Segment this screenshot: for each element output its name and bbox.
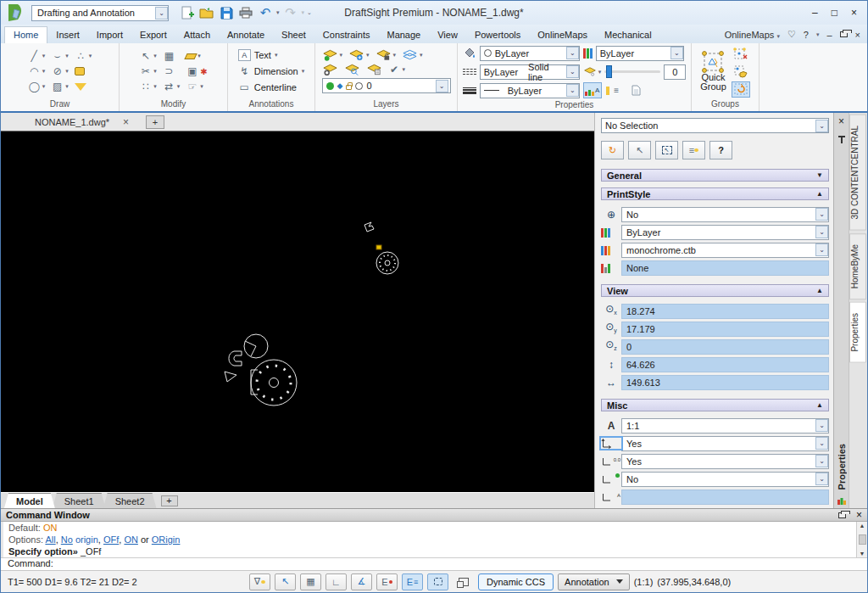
ccs-button[interactable]: [453, 573, 474, 590]
selection-frame-button[interactable]: [427, 573, 448, 590]
ribbon-close-icon[interactable]: ×: [855, 30, 860, 40]
draw-line-button[interactable]: ╱▾: [28, 50, 46, 62]
tab-onlinemaps[interactable]: OnlineMaps: [529, 27, 596, 43]
esnap-button[interactable]: E: [376, 573, 398, 590]
tab-sheet[interactable]: Sheet: [273, 27, 314, 43]
printstyle-toggle-select[interactable]: No⌄: [621, 207, 829, 222]
modify-stretch-button[interactable]: ↖▾: [139, 50, 157, 62]
modify-delete-button[interactable]: ▾: [186, 50, 207, 62]
annotation-visibility-toggle[interactable]: A: [583, 82, 602, 98]
line-weight-select[interactable]: ByLayer ⌄: [480, 83, 580, 98]
document-tab[interactable]: NONAME_1.dwg* ×: [26, 114, 137, 131]
section-printstyle[interactable]: PrintStyle ▲: [601, 187, 829, 200]
modify-rotate-button[interactable]: ☞▾: [186, 81, 207, 92]
selection-select[interactable]: No Selection ⌄: [601, 118, 829, 133]
scroll-thumb[interactable]: [859, 534, 866, 545]
line-color-select[interactable]: ByLayer ⌄: [480, 46, 580, 61]
draw-ellipse-button[interactable]: ⊘▾: [51, 65, 69, 77]
draw-circle-button[interactable]: ◯▾: [28, 81, 46, 92]
printstyle-table-select[interactable]: monochrome.ctb⌄: [621, 243, 829, 258]
rich-line-icon[interactable]: [583, 48, 593, 59]
help-icon[interactable]: ?: [804, 30, 809, 40]
draw-arc-button[interactable]: ◠▾: [28, 65, 46, 77]
modify-pattern-button[interactable]: ▦: [163, 50, 181, 62]
modify-trim-button[interactable]: ✂▾: [139, 65, 157, 77]
scroll-up-icon[interactable]: ▲: [860, 523, 865, 529]
draw-polyline-button[interactable]: ⌣▾: [51, 50, 69, 62]
option-off-link[interactable]: OFf: [103, 534, 119, 545]
close-command-window-icon[interactable]: ×: [856, 509, 862, 521]
annotation-list-button[interactable]: ≡: [605, 82, 624, 98]
tab-3d-contentcentral[interactable]: 3D CONTENTCENTRAL: [849, 115, 866, 231]
annotation-scale-select[interactable]: Annotation: [558, 573, 630, 590]
modify-align-button[interactable]: ⇄▾: [163, 81, 181, 92]
draw-hatch-button[interactable]: ▨▾: [51, 81, 69, 92]
help-caret-icon[interactable]: ▾: [816, 31, 820, 38]
draw-polygon-button[interactable]: [75, 65, 92, 77]
palette-close-icon[interactable]: ×: [838, 115, 844, 127]
tab-mechanical[interactable]: Mechanical: [596, 27, 660, 43]
marquee-select-button[interactable]: ↖: [655, 141, 678, 159]
tab-powertools[interactable]: Powertools: [466, 27, 529, 43]
modify-array-button[interactable]: ∷▾: [139, 81, 157, 92]
tab-annotate[interactable]: Annotate: [219, 27, 273, 43]
snap-settings-button[interactable]: ∇: [249, 573, 270, 590]
maximize-button[interactable]: □: [832, 7, 837, 19]
save-button[interactable]: [218, 4, 235, 21]
add-sheet-button[interactable]: +: [161, 495, 178, 506]
text-button[interactable]: AText▾: [238, 48, 304, 63]
edit-group-button[interactable]: [732, 64, 750, 80]
layers-flat-button[interactable]: ▾: [402, 49, 423, 61]
units-display-select[interactable]: Yes⌄: [621, 454, 829, 469]
draw-wedge-button[interactable]: [75, 81, 92, 92]
dimension-button[interactable]: ↯Dimension▾: [238, 64, 304, 79]
polar-button[interactable]: ∡: [351, 573, 372, 590]
command-window-titlebar[interactable]: Command Window ×: [1, 509, 867, 522]
dynamic-ccs-button[interactable]: Dynamic CCS: [478, 573, 554, 590]
layer-properties-button[interactable]: [366, 64, 382, 76]
ribbon-minimize-icon[interactable]: –: [826, 30, 832, 40]
slider-knob[interactable]: [606, 65, 612, 78]
modify-offset-button[interactable]: ⊃: [163, 65, 181, 77]
centerline-button[interactable]: ▭Centerline: [238, 81, 304, 95]
tab-manage[interactable]: Manage: [378, 27, 429, 43]
layer-apply-button[interactable]: ✔▾: [388, 64, 406, 76]
grid-button[interactable]: ▦: [300, 573, 321, 590]
modify-edit-component-button[interactable]: ▣✱: [186, 65, 207, 77]
float-window-icon[interactable]: [838, 512, 846, 518]
line-style-select[interactable]: ByLayer Solid line ⌄: [480, 64, 580, 80]
toolbar-overflow-icon[interactable]: ⌄: [307, 9, 312, 16]
etrack-button[interactable]: E≡: [402, 573, 423, 590]
tab-properties[interactable]: Properties: [849, 302, 866, 363]
tab-import[interactable]: Import: [88, 27, 131, 43]
annotation-scale-select[interactable]: 1:1⌄: [621, 418, 829, 434]
close-doc-icon[interactable]: ×: [123, 116, 129, 128]
tab-model[interactable]: Model: [4, 493, 55, 508]
rich-line-style-select[interactable]: ByLayer ⌄: [596, 46, 684, 61]
option-on-link[interactable]: ON: [124, 534, 138, 545]
tab-sheet2[interactable]: Sheet2: [103, 493, 157, 508]
option-no-origin-link[interactable]: No: [61, 534, 73, 545]
tab-constraints[interactable]: Constraints: [314, 27, 379, 43]
tab-insert[interactable]: Insert: [47, 27, 88, 43]
ribbon-float-icon[interactable]: [840, 31, 848, 37]
tab-export[interactable]: Export: [131, 27, 175, 43]
group-toggle-button[interactable]: [732, 81, 750, 98]
origin-visible-select[interactable]: No⌄: [621, 472, 829, 487]
drawing-canvas[interactable]: [1, 131, 594, 492]
close-button[interactable]: ×: [851, 7, 857, 19]
quick-group-button[interactable]: Quick Group: [700, 51, 726, 92]
section-misc[interactable]: Misc ▲: [601, 399, 829, 411]
help-button[interactable]: ?: [709, 141, 732, 159]
tab-attach[interactable]: Attach: [175, 27, 219, 43]
lock-layer-button[interactable]: ▾: [376, 49, 397, 61]
layer-transparency-button[interactable]: ▾: [583, 67, 602, 76]
ungroup-button[interactable]: [732, 46, 750, 62]
onlinemaps-menu[interactable]: OnlineMaps ▾: [725, 30, 780, 40]
section-view[interactable]: View ▲: [601, 284, 829, 297]
layer-manager-button[interactable]: [322, 64, 338, 76]
quick-select-button[interactable]: ≡: [682, 141, 705, 159]
ucs-per-viewport-select[interactable]: Yes⌄: [621, 436, 829, 451]
ortho-button[interactable]: ∟: [326, 573, 347, 590]
transparency-value[interactable]: 0: [664, 64, 686, 80]
